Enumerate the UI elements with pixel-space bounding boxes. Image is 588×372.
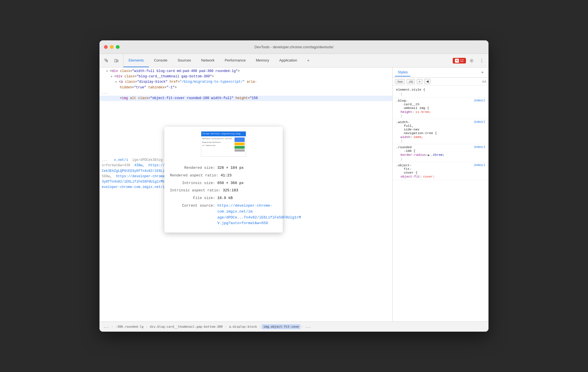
style-close-brace: }: [396, 139, 485, 143]
breadcrumb-item[interactable]: a.display-block: [227, 324, 258, 329]
preview-text: DevTools architecture refresh: Migrating…: [202, 137, 233, 155]
tab-memory[interactable]: Memory: [251, 54, 274, 67]
dom-line[interactable]: ▼ <div class="width-full blog-card md:pa…: [100, 69, 392, 74]
tab-styles-more[interactable]: »: [479, 68, 486, 76]
style-selector: .width- full, side-nav navigation-tree {: [396, 120, 437, 135]
style-prop-object-fit: object-fit: cover;: [396, 174, 485, 179]
tooltip-current-source: Current source: https://developer-chrome…: [170, 203, 277, 226]
dom-line[interactable]: ▼ <div class="blog-card__thumbnail gap-b…: [100, 74, 392, 79]
style-close-brace: }: [396, 114, 485, 118]
expand-triangle[interactable]: ▶: [428, 153, 430, 157]
dom-line[interactable]: hidden="true" tabindex="-1">: [100, 85, 392, 90]
breadcrumb-item-active[interactable]: img.object-fit-cove: [262, 324, 300, 329]
style-source[interactable]: (index):1: [474, 163, 485, 167]
svg-rect-1: [117, 60, 118, 62]
tooltip-rendered-aspect: Rendered aspect ratio: 41:23: [170, 173, 277, 179]
tab-console[interactable]: Console: [149, 54, 173, 67]
main-tabs: Elements Console Sources Network Perform…: [123, 54, 450, 67]
breadcrumb-sep: ›: [300, 325, 304, 329]
svg-rect-0: [115, 59, 117, 62]
pseudo-back-btn[interactable]: ◀: [424, 79, 430, 84]
tooltip-file-size: File size: 18.0 kB: [170, 195, 277, 201]
devtools-toolbar: Elements Console Sources Network Perform…: [100, 54, 488, 67]
tab-network[interactable]: Network: [196, 54, 220, 67]
devtools-window: DevTools - developer.chrome.com/tags/dev…: [100, 40, 488, 332]
style-prop-border-radius: border-radius: ▶ .25rem;: [396, 153, 485, 157]
style-prop-width: width: 100%;: [396, 135, 485, 139]
style-rule-element: element.style { }: [393, 87, 488, 98]
pseudo-hov-btn[interactable]: :hov: [395, 79, 405, 84]
breadcrumb-sep: ›: [259, 325, 262, 329]
tab-styles[interactable]: Styles: [395, 68, 410, 76]
pseudo-buttons: :hov .cls + ◀ AA: [393, 78, 488, 86]
svg-point-2: [471, 60, 472, 61]
aa-label: AA: [482, 80, 486, 83]
image-preview: Chrome DevTools engineering blog DevTool…: [201, 131, 246, 157]
styles-toolbar-right: »: [479, 68, 486, 76]
style-rule-object-fit: .object- fit- cover { (index):1 object-f…: [393, 162, 488, 180]
dom-line-ellipsis[interactable]: ...: [100, 90, 392, 96]
breadcrumb-item[interactable]: ...: [304, 324, 313, 329]
style-rule-width-full: .width- full, side-nav navigation-tree {…: [393, 119, 488, 144]
style-rule-rounded: .rounded -100 { (index):1 border-radius:…: [393, 144, 488, 162]
style-selector: .blog- card__th umbnail img {: [396, 99, 429, 110]
breadcrumb-item[interactable]: ...: [102, 324, 111, 329]
tooltip-rendered-size: Rendered size: 328 × 184 px: [170, 165, 277, 171]
style-source[interactable]: (index):1: [474, 120, 485, 123]
dom-img-line[interactable]: <img alt class="object-fit-cover rounded…: [100, 96, 392, 101]
error-badge[interactable]: ✕ 12: [453, 58, 466, 64]
title-bar: DevTools - developer.chrome.com/tags/dev…: [100, 40, 488, 54]
tooltip-source-link[interactable]: https://developer-chrome-com.imgix.net/i…: [217, 203, 301, 226]
close-button[interactable]: [104, 45, 108, 49]
tab-application[interactable]: Application: [274, 54, 302, 67]
breadcrumb-item[interactable]: -300.rounded-lg: [114, 324, 145, 329]
breadcrumb-sep: ›: [111, 325, 114, 329]
pseudo-add-btn[interactable]: +: [417, 79, 422, 84]
dom-panel[interactable]: ▼ <div class="width-full blog-card md:pa…: [100, 67, 393, 321]
preview-graphics: [235, 137, 245, 155]
tab-elements[interactable]: Elements: [123, 54, 149, 67]
styles-panel: Styles » :hov .cls + ◀ AA: [393, 67, 488, 321]
window-title: DevTools - developer.chrome.com/tags/dev…: [255, 45, 333, 49]
style-selector: .object- fit- cover {: [396, 163, 417, 174]
style-selector: .rounded -100 {: [396, 145, 415, 153]
style-close-brace: }: [396, 157, 485, 161]
inspect-icon[interactable]: [102, 56, 111, 65]
tooltip-intrinsic-size: Intrinsic size: 650 × 366 px: [170, 180, 277, 186]
style-rule-blog-card-thumbnail: .blog- card__th umbnail img { (index):1 …: [393, 98, 488, 119]
breadcrumb-bar: ... › -300.rounded-lg › div.blog-card__t…: [100, 321, 488, 332]
image-tooltip: Chrome DevTools engineering blog DevTool…: [164, 127, 283, 233]
pseudo-cls-btn[interactable]: .cls: [406, 79, 415, 84]
tab-performance[interactable]: Performance: [220, 54, 251, 67]
tab-sources[interactable]: Sources: [173, 54, 196, 67]
devtools-body: ▼ <div class="width-full blog-card md:pa…: [100, 67, 488, 321]
settings-icon[interactable]: [467, 56, 476, 65]
maximize-button[interactable]: [116, 45, 120, 49]
device-toolbar-icon[interactable]: [112, 56, 121, 65]
breadcrumb-item[interactable]: div.blog-card__thumbnail.gap-bottom-300: [148, 324, 224, 329]
preview-header: Chrome DevTools engineering blog: [201, 132, 246, 136]
error-icon: ✕: [455, 59, 459, 63]
toolbar-left-icons: [100, 54, 123, 67]
more-options-icon[interactable]: ⋮: [477, 56, 486, 65]
style-prop: }: [396, 92, 485, 96]
toolbar-right: ✕ 12 ⋮: [450, 54, 488, 67]
breadcrumb-sep: ›: [145, 325, 148, 329]
dom-line[interactable]: ▼ <a class="display-block" href="/blog/m…: [100, 79, 392, 85]
minimize-button[interactable]: [110, 45, 114, 49]
style-source[interactable]: (index):1: [474, 145, 485, 148]
traffic-lights: [104, 45, 120, 49]
dom-content: ▼ <div class="width-full blog-card md:pa…: [100, 67, 392, 191]
styles-content: element.style { } .blog- card__th umbnai…: [393, 86, 488, 321]
style-source[interactable]: (index):1: [474, 99, 485, 102]
breadcrumb-sep: ›: [224, 325, 227, 329]
tooltip-intrinsic-aspect: Intrinsic aspect ratio: 325:183: [170, 188, 277, 194]
tab-more[interactable]: »: [302, 54, 314, 67]
style-prop-height: height: 11.5rem;: [396, 110, 485, 114]
style-selector: element.style {: [396, 88, 425, 91]
styles-toolbar: Styles »: [393, 67, 488, 78]
